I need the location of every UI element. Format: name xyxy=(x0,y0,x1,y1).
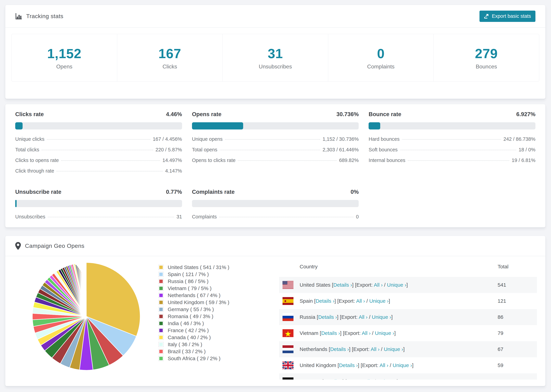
export-unique-link[interactable]: Unique › xyxy=(369,298,389,304)
legend-item-italy: Italy ( 36 / 2% ) xyxy=(158,341,229,348)
legend-swatch xyxy=(158,356,164,361)
export-unique-link[interactable]: Unique › xyxy=(387,282,406,288)
germany-flag-icon xyxy=(283,378,293,379)
dotted-leader xyxy=(42,150,153,150)
legend-label: Romania ( 49 / 3% ) xyxy=(168,314,213,319)
export-unique-link[interactable]: Unique › xyxy=(375,330,394,336)
stat-label: Opens xyxy=(56,63,72,70)
country-cell: Germany [Details ›] [Export: All › / Uni… xyxy=(300,378,498,379)
details-link[interactable]: Details › xyxy=(330,346,349,352)
legend-swatch xyxy=(158,314,164,319)
legend-item-vietnam: Vietnam ( 79 / 5% ) xyxy=(158,285,229,292)
details-link[interactable]: Details › xyxy=(324,378,342,379)
rate-value: 4.46% xyxy=(166,111,182,118)
details-link[interactable]: Details › xyxy=(318,314,337,320)
legend-label: France ( 42 / 2% ) xyxy=(168,328,209,333)
stat-value: 1,152 xyxy=(47,46,81,61)
rate-card-head: Complaints rate0% xyxy=(192,189,359,195)
export-unique-link[interactable]: Unique › xyxy=(384,346,403,352)
geo-content: United States ( 541 / 31% )Spain ( 121 /… xyxy=(5,256,545,386)
metric-row: Internal bounces19 / 6.81% xyxy=(369,158,536,163)
progress-fill xyxy=(15,122,23,129)
metric-row: Total opens2,303 / 61.446% xyxy=(192,147,359,153)
legend-label: Italy ( 36 / 2% ) xyxy=(168,342,202,347)
legend-label: India ( 46 / 3% ) xyxy=(168,321,204,326)
rate-title: Opens rate xyxy=(192,111,221,118)
dotted-leader xyxy=(238,161,337,161)
export-all-link[interactable]: All › xyxy=(359,314,367,320)
total-column-header: Total xyxy=(498,264,537,270)
netherlands-flag-icon xyxy=(283,345,293,353)
legend-label: Germany ( 55 / 3% ) xyxy=(168,307,214,312)
metric-label: Complaints xyxy=(192,214,217,220)
progress-fill xyxy=(15,200,17,207)
geo-table-row-united-states: United States [Details ›] [Export: All ›… xyxy=(279,277,537,293)
russia-flag-icon xyxy=(283,313,293,321)
metric-label: Click through rate xyxy=(15,168,54,174)
dotted-leader xyxy=(220,150,320,150)
country-cell: Spain [Details ›] [Export: All › / Uniqu… xyxy=(300,298,498,304)
rate-card-opens-rate: Opens rate30.736%Unique opens1,152 / 30.… xyxy=(192,111,359,179)
dotted-leader xyxy=(57,171,163,171)
legend-item-india: India ( 46 / 3% ) xyxy=(158,320,229,327)
rate-metric-rows: Complaints0 xyxy=(192,214,359,220)
country-name: Spain xyxy=(300,298,314,304)
export-unique-link[interactable]: Unique › xyxy=(372,314,391,320)
legend-swatch xyxy=(158,272,164,277)
details-link[interactable]: Details › xyxy=(316,298,334,304)
bar-chart-icon xyxy=(15,13,22,20)
metric-value: 0 xyxy=(356,214,359,220)
country-cell: Vietnam [Details ›] [Export: All › / Uni… xyxy=(300,330,498,336)
details-link[interactable]: Details › xyxy=(339,362,358,368)
rate-card-bounce-rate: Bounce rate6.927%Hard bounces242 / 86.73… xyxy=(369,111,536,179)
geo-pie-chart xyxy=(26,257,146,376)
metric-label: Hard bounces xyxy=(369,136,400,142)
geo-table-row-netherlands: Netherlands [Details ›] [Export: All › /… xyxy=(279,341,537,357)
geo-table-row-vietnam: Vietnam [Details ›] [Export: All › / Uni… xyxy=(279,325,537,341)
metric-row: Unique opens1,152 / 30.736% xyxy=(192,136,359,142)
export-all-link[interactable]: All › xyxy=(374,282,383,288)
stat-value: 167 xyxy=(158,46,181,61)
export-all-link[interactable]: All › xyxy=(380,362,389,368)
rate-card-complaints-rate: Complaints rate0%Complaints0 xyxy=(192,189,359,224)
geo-table-rows: United States [Details ›] [Export: All ›… xyxy=(279,277,537,379)
rate-card-head: Bounce rate6.927% xyxy=(369,111,536,118)
export-all-link[interactable]: All › xyxy=(362,330,371,336)
stat-label: Clicks xyxy=(162,63,177,70)
progress-track xyxy=(15,122,182,129)
metric-value: 14.497% xyxy=(162,158,182,163)
export-unique-link[interactable]: Unique › xyxy=(377,378,397,379)
legend-item-united-states: United States ( 541 / 31% ) xyxy=(158,264,229,271)
metric-label: Total clicks xyxy=(15,147,39,153)
metric-value: 689.82% xyxy=(339,158,359,163)
country-column-header: Country xyxy=(279,264,498,270)
rate-title: Unsubscribe rate xyxy=(15,189,61,195)
rates-grid: Clicks rate4.46%Unique clicks167 / 4.456… xyxy=(5,104,545,224)
country-name: Vietnam xyxy=(300,330,320,336)
details-link[interactable]: Details › xyxy=(333,282,352,288)
united-kingdom-flag-icon xyxy=(283,361,293,369)
total-value: 79 xyxy=(498,330,537,336)
export-all-link[interactable]: All › xyxy=(356,298,365,304)
metric-label: Unsubscribes xyxy=(15,214,45,220)
metric-label: Soft bounces xyxy=(369,147,397,153)
metric-row: Soft bounces18 / 0% xyxy=(369,147,536,153)
export-unique-link[interactable]: Unique › xyxy=(393,362,412,368)
stat-card-complaints: 0Complaints xyxy=(328,34,434,81)
spain-flag-icon xyxy=(283,297,293,305)
export-basic-stats-button[interactable]: Export basic stats xyxy=(480,11,536,22)
country-cell: United States [Details ›] [Export: All ›… xyxy=(300,282,498,288)
export-all-link[interactable]: All › xyxy=(364,378,373,379)
metric-label: Clicks to opens rate xyxy=(15,158,59,163)
stat-value: 0 xyxy=(377,46,384,61)
legend-label: Spain ( 121 / 7% ) xyxy=(168,271,209,277)
export-all-link[interactable]: All › xyxy=(371,346,380,352)
rate-title: Complaints rate xyxy=(192,189,235,195)
details-link[interactable]: Details › xyxy=(321,330,340,336)
stat-value: 31 xyxy=(268,46,283,61)
country-name: Germany xyxy=(300,378,322,379)
rate-card-head: Unsubscribe rate0.77% xyxy=(15,189,182,195)
dotted-leader xyxy=(400,150,516,150)
legend-item-germany: Germany ( 55 / 3% ) xyxy=(158,306,229,313)
rate-metric-rows: Unique opens1,152 / 30.736%Total opens2,… xyxy=(192,136,359,163)
